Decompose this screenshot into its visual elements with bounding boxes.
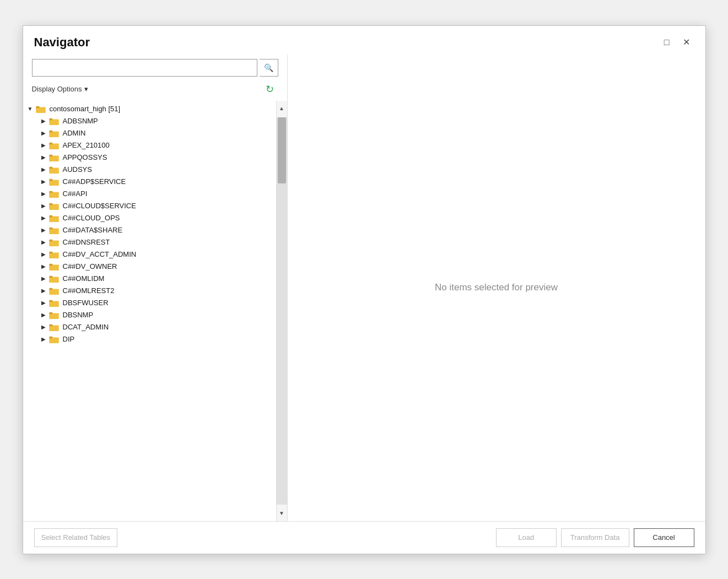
folder-icon (48, 299, 60, 307)
list-item[interactable]: ▶ AUDSYS (23, 164, 276, 176)
refresh-button[interactable]: ↻ (262, 81, 278, 98)
right-panel: No items selected for preview (288, 55, 705, 521)
folder-icon (48, 286, 60, 295)
expand-icon: ▶ (39, 312, 48, 318)
folder-icon (48, 153, 60, 162)
options-row: Display Options ▾ ↻ (23, 79, 287, 101)
svg-rect-10 (49, 154, 52, 156)
scroll-down-button[interactable]: ▼ (276, 506, 287, 521)
tree-root-item[interactable]: ▼ contosomart_high [51] (23, 103, 276, 115)
item-label: DBSFWUSER (63, 299, 109, 307)
item-label: DBSNMP (63, 311, 94, 319)
scroll-up-button[interactable]: ▲ (276, 101, 287, 116)
expand-icon: ▶ (39, 263, 48, 269)
list-item[interactable]: ▶ C##DATA$SHARE (23, 224, 276, 236)
title-bar-controls: □ ✕ (659, 35, 694, 50)
list-item[interactable]: ▶ C##CLOUD_OPS (23, 212, 276, 224)
maximize-button[interactable]: □ (659, 35, 675, 50)
list-item[interactable]: ▶ APPQOSSYS (23, 151, 276, 164)
expand-icon: ▶ (39, 154, 48, 160)
list-item[interactable]: ▶ C##DV_ACCT_ADMIN (23, 248, 276, 261)
footer-left: Select Related Tables (34, 528, 118, 547)
svg-rect-24 (49, 239, 52, 241)
svg-rect-6 (49, 130, 52, 132)
list-item[interactable]: ▶ C##DNSREST (23, 236, 276, 248)
scroll-bar-thumb[interactable] (278, 117, 286, 183)
list-item[interactable]: ▶ APEX_210100 (23, 139, 276, 151)
select-related-tables-button[interactable]: Select Related Tables (34, 528, 118, 547)
folder-icon (48, 141, 60, 150)
svg-rect-40 (49, 336, 52, 338)
item-label: C##DV_ACCT_ADMIN (63, 250, 137, 258)
search-button[interactable]: 🔍 (260, 59, 278, 77)
folder-icon (48, 165, 60, 174)
expand-icon: ▶ (39, 215, 48, 221)
navigator-dialog: Navigator □ ✕ 🔍 Display Options ▾ (23, 25, 706, 554)
scroll-bar-track (277, 117, 287, 505)
cancel-button[interactable]: Cancel (634, 528, 694, 547)
expand-icon: ▶ (39, 227, 48, 233)
transform-data-button[interactable]: Transform Data (561, 528, 629, 547)
list-item[interactable]: ▶ DCAT_ADMIN (23, 321, 276, 333)
svg-rect-32 (49, 288, 52, 290)
search-input[interactable] (32, 59, 257, 77)
item-label: ADMIN (63, 129, 86, 137)
folder-icon (48, 177, 60, 186)
refresh-icon: ↻ (266, 83, 274, 95)
svg-rect-38 (49, 324, 52, 326)
search-icon: 🔍 (264, 63, 273, 72)
svg-rect-4 (49, 118, 52, 120)
folder-icon (48, 190, 60, 198)
dialog-title: Navigator (34, 35, 90, 50)
item-label: APPQOSSYS (63, 153, 107, 161)
close-button[interactable]: ✕ (679, 35, 694, 50)
dialog-body: 🔍 Display Options ▾ ↻ ▼ (23, 55, 705, 521)
list-item[interactable]: ▶ C##DV_OWNER (23, 261, 276, 273)
item-label: APEX_210100 (63, 141, 110, 149)
expand-icon: ▶ (39, 251, 48, 257)
svg-rect-36 (49, 312, 52, 314)
folder-icon (48, 250, 60, 259)
scroll-track: ▲ ▼ (276, 101, 287, 521)
list-item[interactable]: ▶ ADMIN (23, 127, 276, 139)
list-item[interactable]: ▶ C##CLOUD$SERVICE (23, 200, 276, 212)
item-label: C##ADP$SERVICE (63, 177, 126, 186)
list-item[interactable]: ▶ ADBSNMP (23, 115, 276, 127)
item-label: C##DATA$SHARE (63, 226, 123, 234)
svg-rect-20 (49, 215, 52, 217)
list-item[interactable]: ▶ C##OMLREST2 (23, 285, 276, 297)
item-label: C##CLOUD$SERVICE (63, 202, 136, 210)
item-label: AUDSYS (63, 165, 92, 174)
expand-collapse-icon: ▼ (25, 106, 35, 112)
list-item[interactable]: ▶ C##API (23, 188, 276, 200)
expand-icon: ▶ (39, 239, 48, 245)
expand-icon: ▶ (39, 142, 48, 148)
load-button[interactable]: Load (496, 528, 557, 547)
display-options-button[interactable]: Display Options ▾ (32, 85, 88, 93)
svg-rect-8 (49, 142, 52, 144)
expand-icon: ▶ (39, 203, 48, 209)
list-item[interactable]: ▶ C##ADP$SERVICE (23, 176, 276, 188)
list-item[interactable]: ▶ C##OMLIDM (23, 273, 276, 285)
folder-icon (48, 117, 60, 126)
item-label: C##API (63, 190, 88, 198)
list-item[interactable]: ▶ DBSNMP (23, 309, 276, 321)
folder-icon (48, 323, 60, 332)
svg-rect-2 (36, 106, 39, 108)
folder-icon (48, 311, 60, 320)
item-label: ADBSNMP (63, 117, 98, 125)
item-label: DCAT_ADMIN (63, 323, 109, 331)
expand-icon: ▶ (39, 336, 48, 342)
root-item-label: contosomart_high [51] (50, 105, 121, 113)
folder-icon (48, 335, 60, 344)
list-item[interactable]: ▶ DIP (23, 333, 276, 345)
item-label: DIP (63, 335, 75, 343)
footer-right: Load Transform Data Cancel (496, 528, 694, 547)
svg-rect-26 (49, 251, 52, 253)
svg-rect-16 (49, 191, 52, 193)
list-item[interactable]: ▶ DBSFWUSER (23, 297, 276, 309)
expand-icon: ▶ (39, 191, 48, 197)
folder-icon (48, 214, 60, 223)
tree-scroll[interactable]: ▼ contosomart_high [51] ▶ (23, 101, 276, 521)
left-panel: 🔍 Display Options ▾ ↻ ▼ (23, 55, 288, 521)
